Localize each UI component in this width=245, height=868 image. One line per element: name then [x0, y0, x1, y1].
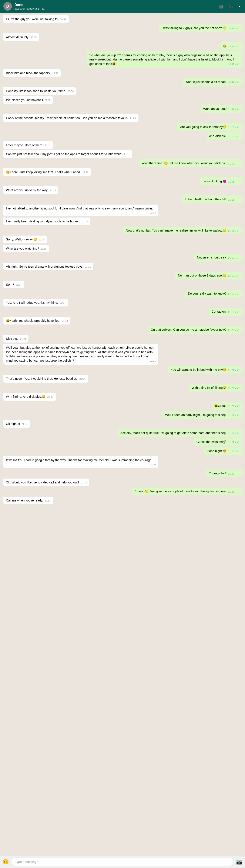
received-bubble: That's novel. Yes. I would like that. Ho… — [3, 375, 88, 382]
chat-area: Hi. It's the guy you were just talking t… — [0, 13, 245, 855]
message-text: No I ran out of those 3 days ago.😅 — [178, 274, 226, 277]
message-time: 20:56 ✓✓ — [228, 45, 239, 49]
received-bubble: 😅Yeah. You should probably have lied.21:… — [3, 317, 71, 324]
sent-bubble: No I ran out of those 3 days ago.😅21:16 … — [175, 272, 242, 279]
message-text: or a dick pic. — [209, 134, 226, 138]
emoji-button[interactable]: 😊 — [3, 859, 9, 865]
video-call-icon[interactable]: 📹 — [218, 4, 223, 9]
message-text: Actually, that's not quite true. I'm goi… — [120, 431, 226, 435]
message-time: 21:11 — [124, 153, 130, 156]
message-row: I've pissed you off haven't I21:08 — [3, 96, 242, 104]
sent-bubble: You will want to be in bed with me btw😏2… — [168, 366, 242, 374]
sent-bubble: Well I need an early night. I'm going to… — [162, 411, 242, 419]
message-row: Block him and block the tappers.16:59 — [3, 69, 242, 77]
message-text: So...? — [6, 283, 14, 286]
message-input-bar: 😊 Type a message 📷 — [0, 855, 245, 868]
received-bubble: Dick pic?21:21 — [3, 335, 28, 343]
received-bubble: It wasn't tmi. I had to google that by t… — [3, 456, 158, 468]
message-time: 21:30 ✓✓ — [228, 472, 239, 475]
message-row: Dick pic?21:21 — [3, 335, 242, 343]
message-time: 20:58 — [68, 90, 74, 93]
message-text: Almost definitely. — [6, 35, 29, 39]
message-row: 😅Yeah. You should probably have lied.21:… — [3, 317, 242, 324]
read-tick: ✓✓ — [234, 405, 239, 408]
message-text: So what are you up to? Thanks for coming… — [89, 54, 234, 66]
message-time: 21:17 — [60, 301, 66, 305]
sent-bubble: Nah, it just seems a bit mean.20:57 ✓✓ — [183, 78, 242, 86]
message-time: 21:23 ✓✓ — [228, 386, 239, 390]
message-text: Block him and block the tappers. — [6, 71, 51, 75]
sent-bubble: Er yes. 😅 Just give me a couple of mins … — [132, 488, 242, 495]
received-bubble: Ok night x21:04 — [3, 420, 30, 428]
message-time: 21:16 ✓✓ — [228, 274, 239, 278]
message-input[interactable]: Type a message — [11, 858, 234, 866]
received-bubble: Well yeah but also at the risk of scarin… — [3, 344, 158, 364]
header-info: Dane last seen: today at 17:51 — [15, 3, 218, 10]
message-row: With flirting. And dick pics.😄21:23 — [3, 393, 242, 400]
sent-bubble: I was talking to 2 guys, are you the hot… — [159, 24, 242, 32]
read-tick: ✓✓ — [234, 256, 239, 259]
message-time: 21:20 ✓✓ — [228, 328, 239, 332]
sent-bubble: Yeah that's fine. 😊 Let me know when you… — [139, 159, 242, 167]
message-row: 😄Great.21:23 ✓✓ — [3, 402, 242, 410]
read-tick: ✓✓ — [234, 414, 239, 417]
received-bubble: Yep. And I will judge you, it's my thing… — [3, 299, 68, 306]
sent-bubble: or a dick pic.21:10 ✓✓ — [207, 132, 242, 140]
read-tick: ✓✓ — [234, 387, 239, 390]
message-row: Hi. It's the guy you were just talking t… — [3, 15, 242, 23]
message-time: 21:14 — [150, 211, 156, 215]
message-row: No I ran out of those 3 days ago.😅21:16 … — [3, 272, 242, 279]
sent-bubble: Courage for?21:30 ✓✓ — [206, 469, 242, 477]
received-bubble: Later maybe. Both of them.21:11 — [3, 141, 53, 149]
message-text: Ok night x — [6, 422, 20, 426]
message-time: 21:13 ✓✓ — [228, 198, 239, 202]
message-time: 20:54 — [60, 18, 66, 21]
message-row: I work at the hospital mostly. I visit p… — [3, 114, 242, 122]
message-time: 21:21 — [20, 337, 26, 341]
attachment-icon[interactable]: 📷 — [236, 859, 242, 865]
read-tick: ✓✓ — [234, 135, 239, 138]
message-text: Later maybe. Both of them. — [6, 144, 43, 147]
message-row: So what are you up to? Thanks for coming… — [3, 51, 242, 68]
message-text: With flirting. And dick pics.😄 — [6, 395, 46, 398]
sent-bubble: In bed, Netflix without the chill.21:13 … — [182, 195, 242, 203]
message-text: I wasn't joking.😈 — [202, 180, 226, 183]
sent-bubble: Actually, that's not quite true. I'm goi… — [118, 429, 242, 437]
message-time: 21:16 — [85, 265, 91, 269]
message-text: 😄Great. — [214, 404, 226, 407]
read-tick: ✓✓ — [234, 472, 239, 475]
message-time: 21:09 ✓✓ — [228, 107, 239, 111]
more-options-icon[interactable]: ⋮ — [237, 4, 242, 9]
message-row: Ok. Would you like me to video call and … — [3, 478, 242, 486]
message-text: Now that's not fair. You can't make me r… — [126, 229, 226, 232]
avatar[interactable]: D — [3, 2, 12, 10]
message-row: Courage for?21:30 ✓✓ — [3, 469, 242, 477]
message-time: 21:24 ✓✓ — [228, 432, 239, 435]
message-row: Sorry. Wallow away.😄21:15 — [3, 236, 242, 243]
received-bubble: With flirting. And dick pics.😄21:23 — [3, 393, 56, 400]
message-time: 21:15 — [39, 238, 45, 241]
received-bubble: Ah, right. Some teen drama with gratuito… — [3, 263, 93, 270]
message-text: On that subject. Can you do me a massive… — [151, 328, 226, 331]
message-row: Later maybe. Both of them.21:11 — [3, 141, 242, 149]
message-row: Not sure I should say.21:16 ✓✓ — [3, 254, 242, 261]
message-row: Do you really want to know?21:17 ✓✓ — [3, 290, 242, 298]
sent-bubble: Not sure I should say.21:16 ✓✓ — [194, 254, 242, 261]
read-tick: ✓✓ — [234, 198, 239, 201]
message-text: Call me when you're ready. — [6, 499, 43, 502]
read-tick: ✓✓ — [234, 292, 239, 296]
sent-bubble: Good night 😍21:28 ✓✓ — [204, 447, 242, 455]
message-time: 21:14 ✓✓ — [228, 229, 239, 233]
contact-name: Dane — [15, 3, 218, 7]
message-text: I've mostly been dealing with dying soul… — [6, 220, 80, 223]
message-time: 20:56 ✓✓ — [228, 63, 239, 66]
message-row: Can we just not talk about my job? I got… — [3, 150, 242, 158]
sent-bubble: 😂20:56 ✓✓ — [220, 42, 242, 50]
phone-icon[interactable]: 📞 — [228, 4, 233, 9]
chat-header: D Dane last seen: today at 17:51 📹 📞 ⋮ — [0, 0, 245, 13]
received-bubble: Honestly, life is too short to waste you… — [3, 87, 76, 95]
message-row: What are you watching?21:15 — [3, 245, 242, 252]
sent-bubble: Are you going to ask for money😏21:10 ✓✓ — [178, 123, 242, 131]
sent-bubble: On that subject. Can you do me a massive… — [148, 326, 242, 334]
message-row: Nah, it just seems a bit mean.20:57 ✓✓ — [3, 78, 242, 86]
